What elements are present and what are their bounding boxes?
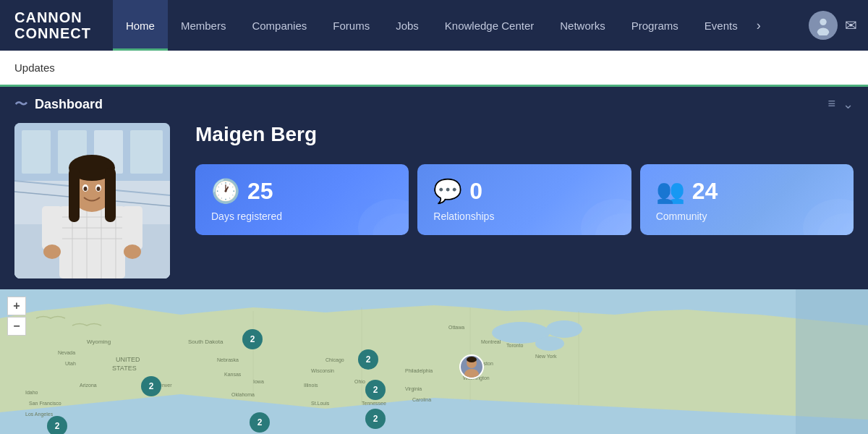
nav-right: ✉ bbox=[809, 11, 868, 40]
svg-point-26 bbox=[84, 187, 88, 191]
dashboard-controls: ≡ ⌄ bbox=[827, 96, 854, 112]
stat-label-relationships: Relationships bbox=[433, 210, 615, 222]
svg-rect-29 bbox=[122, 206, 142, 250]
profile-section bbox=[0, 123, 174, 434]
profile-placeholder bbox=[14, 123, 170, 278]
dashboard-dropdown-icon[interactable]: ⌄ bbox=[843, 96, 854, 112]
stat-value-days: 25 bbox=[247, 178, 273, 205]
svg-rect-23 bbox=[105, 168, 116, 222]
dashboard-title: 〜 Dashboard bbox=[14, 95, 103, 113]
brand-line1: CANNON bbox=[14, 9, 91, 25]
nav-item-networks[interactable]: Networks bbox=[547, 0, 618, 51]
svg-point-27 bbox=[97, 187, 101, 191]
nav-more-icon[interactable]: › bbox=[751, 0, 767, 51]
stat-label-community: Community bbox=[656, 210, 838, 222]
dashboard-pulse-icon: 〜 bbox=[14, 95, 27, 113]
stat-icon-community: 👥 bbox=[656, 177, 685, 205]
dashboard-title-text: Dashboard bbox=[35, 97, 103, 112]
svg-point-30 bbox=[43, 244, 61, 259]
svg-rect-22 bbox=[69, 168, 80, 222]
stat-icon-relationships: 💬 bbox=[433, 177, 462, 205]
profile-photo-svg bbox=[14, 123, 170, 278]
svg-rect-28 bbox=[42, 206, 62, 250]
nav-item-forums[interactable]: Forums bbox=[320, 0, 383, 51]
dashboard-area: 〜 Dashboard ≡ ⌄ bbox=[0, 87, 868, 434]
main-content: Maigen Berg 🕐 25 Days registered bbox=[0, 123, 868, 434]
svg-rect-7 bbox=[22, 130, 51, 174]
svg-point-31 bbox=[124, 244, 141, 259]
nav-items: Home Members Companies Forums Jobs Knowl… bbox=[113, 0, 809, 51]
dashboard-header: 〜 Dashboard ≡ ⌄ bbox=[0, 87, 868, 122]
stats-row: 🕐 25 Days registered 💬 0 Relation bbox=[195, 164, 854, 235]
nav-item-companies[interactable]: Companies bbox=[239, 0, 320, 51]
stat-card-community[interactable]: 👥 24 Community bbox=[640, 164, 854, 235]
svg-point-0 bbox=[820, 19, 826, 25]
navigation: CANNON CONNECT Home Members Companies Fo… bbox=[0, 0, 868, 51]
brand-line2: CONNECT bbox=[14, 25, 91, 41]
user-info-section: Maigen Berg 🕐 25 Days registered bbox=[174, 123, 868, 434]
svg-point-1 bbox=[817, 28, 829, 36]
stat-value-relationships: 0 bbox=[469, 178, 482, 205]
user-avatar[interactable] bbox=[809, 11, 838, 40]
nav-item-knowledge-center[interactable]: Knowledge Center bbox=[432, 0, 547, 51]
svg-rect-10 bbox=[130, 130, 163, 174]
nav-item-home[interactable]: Home bbox=[113, 0, 168, 51]
updates-bar: Updates bbox=[0, 51, 868, 87]
nav-item-members[interactable]: Members bbox=[168, 0, 239, 51]
nav-item-jobs[interactable]: Jobs bbox=[383, 0, 432, 51]
dashboard-menu-icon[interactable]: ≡ bbox=[827, 96, 835, 112]
nav-item-events[interactable]: Events bbox=[692, 0, 751, 51]
avatar-icon bbox=[813, 15, 833, 35]
stat-value-community: 24 bbox=[692, 178, 718, 205]
stat-label-days: Days registered bbox=[211, 210, 393, 222]
nav-item-programs[interactable]: Programs bbox=[618, 0, 692, 51]
stat-card-relationships[interactable]: 💬 0 Relationships bbox=[417, 164, 631, 235]
mail-icon[interactable]: ✉ bbox=[845, 17, 857, 34]
stat-icon-days: 🕐 bbox=[211, 177, 240, 205]
stat-card-days-registered[interactable]: 🕐 25 Days registered bbox=[195, 164, 409, 235]
user-name: Maigen Berg bbox=[195, 123, 854, 146]
profile-image bbox=[14, 123, 170, 278]
updates-label: Updates bbox=[14, 61, 55, 74]
brand-logo[interactable]: CANNON CONNECT bbox=[14, 9, 91, 41]
